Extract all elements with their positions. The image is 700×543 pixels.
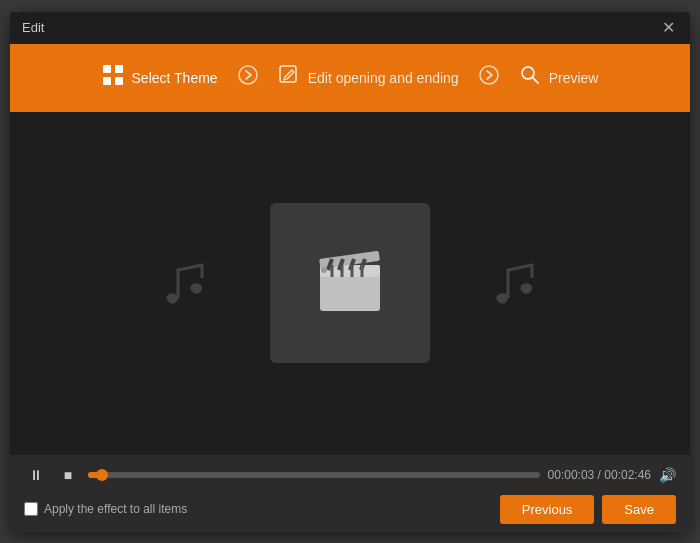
time-display: 00:00:03 / 00:02:46 — [548, 468, 651, 482]
volume-icon: 🔊 — [659, 467, 676, 483]
svg-rect-0 — [103, 65, 111, 73]
carousel-item-right[interactable] — [450, 218, 580, 348]
nav-select-theme[interactable]: Select Theme — [86, 56, 234, 99]
separator-1 — [238, 65, 258, 90]
controls-row: ⏸ ■ 00:00:03 / 00:02:46 🔊 — [24, 463, 676, 487]
progress-thumb — [96, 469, 108, 481]
apply-all-checkbox-label[interactable]: Apply the effect to all items — [24, 502, 187, 516]
previous-button[interactable]: Previous — [500, 495, 595, 524]
pause-button[interactable]: ⏸ — [24, 463, 48, 487]
bottom-bar: ⏸ ■ 00:00:03 / 00:02:46 🔊 Apply the effe… — [10, 455, 690, 532]
apply-all-checkbox[interactable] — [24, 502, 38, 516]
preview-search-icon — [519, 64, 541, 91]
close-button[interactable]: ✕ — [658, 18, 678, 38]
svg-point-4 — [239, 66, 257, 84]
svg-point-20 — [321, 267, 327, 273]
music-note-left-icon — [150, 248, 220, 318]
svg-rect-1 — [115, 65, 123, 73]
edit-window: Edit ✕ Select Theme — [10, 12, 690, 532]
nav-edit-opening[interactable]: Edit opening and ending — [262, 56, 475, 99]
edit-icon — [278, 64, 300, 91]
nav-preview-label: Preview — [549, 70, 599, 86]
svg-rect-3 — [115, 77, 123, 85]
carousel — [10, 112, 690, 455]
svg-rect-2 — [103, 77, 111, 85]
nav-edit-opening-label: Edit opening and ending — [308, 70, 459, 86]
clapper-icon — [310, 243, 390, 323]
svg-point-6 — [480, 66, 498, 84]
nav-preview[interactable]: Preview — [503, 56, 615, 99]
stop-button[interactable]: ■ — [56, 463, 80, 487]
carousel-item-center[interactable] — [270, 203, 430, 363]
carousel-item-left[interactable] — [120, 218, 250, 348]
music-note-right-icon — [480, 248, 550, 318]
progress-bar[interactable] — [88, 472, 540, 478]
grid-icon — [102, 64, 124, 91]
title-bar: Edit ✕ — [10, 12, 690, 44]
save-button[interactable]: Save — [602, 495, 676, 524]
footer-row: Apply the effect to all items Previous S… — [24, 495, 676, 524]
nav-select-theme-label: Select Theme — [132, 70, 218, 86]
nav-bar: Select Theme Edit opening and ending — [10, 44, 690, 112]
content-area — [10, 112, 690, 455]
svg-rect-9 — [320, 273, 380, 311]
window-title: Edit — [22, 20, 44, 35]
separator-2 — [479, 65, 499, 90]
action-buttons: Previous Save — [500, 495, 676, 524]
svg-line-8 — [532, 78, 538, 84]
